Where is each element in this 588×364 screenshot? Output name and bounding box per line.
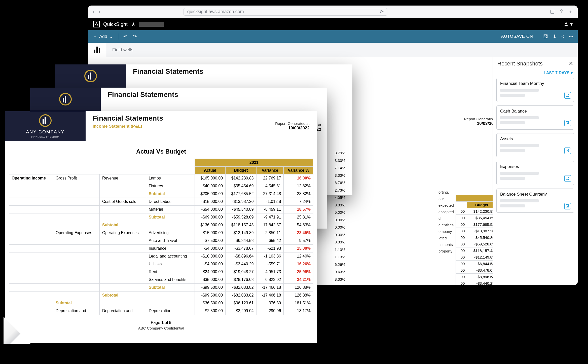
- table-row: Subtotal $136,000.00 $118,157.43 17,842.…: [9, 221, 313, 229]
- financial-table: 2021ActualBudgetVarianceVariance % Opera…: [9, 159, 313, 315]
- table-row: Fixtures $40,000.00 $35,454.69 4,545.31 …: [9, 182, 313, 190]
- table-row: Rent -$24,000.00 -$19,048.27 -4,951.73 2…: [9, 268, 313, 276]
- table-row: Operating Income Gross Profit Revenue La…: [9, 174, 313, 182]
- snapshot-card[interactable]: Cash Balance 🖫: [496, 105, 574, 130]
- save-snapshot-icon[interactable]: 🖫: [564, 203, 571, 209]
- table-row: Cost of Goods sold Direct Labour -$15,00…: [9, 198, 313, 206]
- snapshot-card[interactable]: Assets 🖫: [496, 133, 574, 157]
- report-title: Financial Statements: [133, 67, 203, 76]
- background-variance-column: 3.79%3.33%7.14%3.33%6.76%2.73%4.05%3.33%…: [320, 149, 345, 283]
- section-heading: Actual Vs Budget: [5, 148, 317, 155]
- save-snapshot-icon[interactable]: 🖫: [564, 120, 571, 126]
- table-row: Subtotal $205,000.00 $177,685.52 27,314.…: [9, 190, 313, 198]
- export-icon[interactable]: ⬇: [553, 33, 557, 40]
- redo-icon[interactable]: ↷: [133, 33, 137, 40]
- table-row: Salaries and benefits -$35,000.00 -$28,1…: [9, 276, 313, 284]
- report-subtitle: Income Statement (P&L): [93, 124, 163, 129]
- add-label: Add: [99, 34, 107, 39]
- report-page-front: ANY COMPANY FINANCIAL FREEDOM Financial …: [5, 111, 317, 343]
- company-logo: ANY COMPANY FINANCIAL FREEDOM: [5, 111, 86, 141]
- snapshot-card[interactable]: Balance Sheet Quarterly 🖫: [496, 189, 574, 213]
- table-row: Depreciation and… Depreciation and… Depr…: [9, 307, 313, 315]
- snapshot-title: Cash Balance: [500, 109, 570, 114]
- add-button[interactable]: ＋ Add ⌄: [93, 33, 118, 40]
- company-logo: [30, 88, 101, 111]
- background-text-fragments: orting.ourexpectedacceptedde entitiesomp…: [438, 189, 460, 254]
- table-row: Auto and Travel -$7,500.00 -$6,844.58 -6…: [9, 237, 313, 245]
- generated-date: 10/03/2022: [275, 126, 310, 131]
- table-row: Insurance -$4,000.00 -$3,478.07 -521.93 …: [9, 245, 313, 252]
- address-bar[interactable]: quicksight.aws.amazon.com ⟳: [183, 8, 387, 16]
- favorite-icon[interactable]: ★: [131, 21, 136, 27]
- plus-icon: ＋: [93, 33, 97, 40]
- snapshot-title: Expenses: [500, 164, 570, 169]
- table-row: Legal and accounting -$10,000.00 -$8,896…: [9, 252, 313, 260]
- tabs-icon[interactable]: ▢: [550, 8, 555, 15]
- panel-title: Recent Snapshots: [497, 60, 543, 67]
- table-row: Subtotal $36,500.00 $36,123.61 376.39 18…: [9, 299, 313, 307]
- product-name: QuickSight: [103, 21, 128, 27]
- company-name: ANY COMPANY: [26, 129, 64, 135]
- forward-icon[interactable]: ›: [98, 9, 100, 15]
- close-icon[interactable]: ✕: [569, 60, 573, 67]
- editor-toolbar: ＋ Add ⌄ ↶ ↷ AUTOSAVE ON 🖫 ⬇ < ⇔: [88, 30, 578, 43]
- report-footer: Page 1 of 5 ABC Company Confidential: [5, 320, 317, 330]
- share-icon[interactable]: ⇪: [559, 8, 564, 15]
- company-tagline: FINANCIAL FREEDOM: [31, 136, 59, 138]
- undo-icon[interactable]: ↶: [123, 33, 128, 40]
- generated-label: Report Generated at: [275, 121, 310, 126]
- table-row: Utilities -$4,000.00 -$3,440.29 -559.71 …: [9, 260, 313, 268]
- snapshot-title: Balance Sheet Quarterly: [500, 192, 570, 197]
- table-row: Operating Expenses Operating Expenses Ad…: [9, 229, 313, 237]
- autosave-status: AUTOSAVE ON: [501, 34, 533, 39]
- user-menu[interactable]: ▾: [564, 21, 573, 27]
- reload-icon[interactable]: ⟳: [380, 9, 384, 15]
- save-snapshot-icon[interactable]: 🖫: [564, 175, 571, 182]
- field-wells-bar: Field wells: [88, 43, 578, 57]
- save-snapshot-icon[interactable]: 🖫: [564, 92, 571, 99]
- snapshot-card[interactable]: Financial Team Monthy 🖫: [496, 78, 574, 102]
- snapshot-card[interactable]: Expenses 🖫: [496, 161, 574, 185]
- bar-chart-icon: [94, 47, 100, 53]
- table-row: Subtotal -$99,500.00 -$82,033.82 -17,466…: [9, 292, 313, 299]
- new-tab-icon[interactable]: ＋: [568, 8, 573, 15]
- quicksight-header: QuickSight ★ ▾: [88, 18, 578, 30]
- browser-toolbar: ‹ › quicksight.aws.amazon.com ⟳ ▢ ⇪ ＋: [88, 6, 578, 18]
- svg-point-0: [565, 22, 567, 24]
- snapshot-title: Assets: [500, 136, 570, 141]
- caret-down-icon: ▾: [570, 21, 573, 27]
- page-indicator: Page 1 of 5: [5, 320, 317, 325]
- table-row: Subtotal -$69,000.00 -$59,528.09 -9,471.…: [9, 213, 313, 221]
- company-logo: [55, 64, 126, 88]
- user-icon: [564, 22, 569, 27]
- fullscreen-icon[interactable]: ⇔: [569, 33, 573, 40]
- quicksight-logo-icon: [93, 21, 100, 27]
- report-title: Financial Statements: [108, 91, 178, 99]
- generated-date: 10/03/2022: [410, 121, 498, 126]
- chevron-down-icon: ⌄: [109, 34, 113, 39]
- confidential-label: ABC Company Confidential: [5, 326, 317, 330]
- table-row: Material -$54,000.00 -$45,540.89 -8,459.…: [9, 206, 313, 213]
- url-text: quicksight.aws.amazon.com: [187, 9, 244, 14]
- back-icon[interactable]: ‹: [93, 9, 94, 15]
- report-title: Financial Statements: [93, 114, 163, 122]
- share-icon[interactable]: <: [561, 34, 564, 40]
- snapshot-title: Financial Team Monthy: [500, 81, 570, 86]
- generated-label: Report Generated at: [410, 117, 498, 121]
- table-row: Subtotal -$99,500.00 -$82,033.82 -17,466…: [9, 284, 313, 292]
- field-wells-label[interactable]: Field wells: [106, 43, 578, 57]
- visual-type-tab[interactable]: [88, 43, 106, 57]
- time-range-filter[interactable]: LAST 7 DAYS ▾: [493, 70, 578, 78]
- caret-down-icon: ▾: [571, 71, 573, 75]
- save-icon[interactable]: 🖫: [543, 34, 548, 40]
- save-snapshot-icon[interactable]: 🖫: [564, 148, 571, 154]
- dashboard-name-redacted: [139, 22, 164, 27]
- recent-snapshots-panel: Recent Snapshots ✕ LAST 7 DAYS ▾ Financi…: [493, 57, 578, 285]
- background-report-meta: Report Generated at 10/03/2022: [410, 117, 506, 162]
